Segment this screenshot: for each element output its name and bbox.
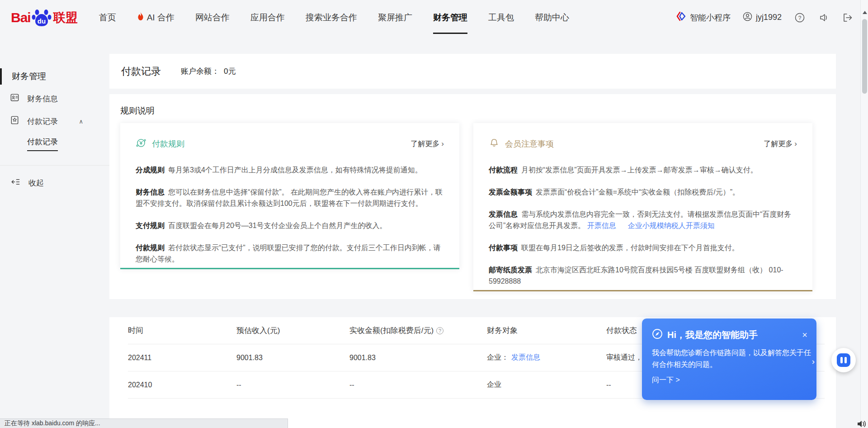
nav-app-cooperation[interactable]: 应用合作 (240, 0, 295, 35)
announcement-speaker-icon[interactable] (818, 12, 830, 24)
balance-value: 0元 (224, 66, 236, 76)
assistant-float-button[interactable] (831, 348, 856, 372)
sidebar-item-finance-info[interactable]: 财务信息 (0, 87, 109, 110)
assistant-popup: Hi，我是您的智能助手 × 我会帮助您诊断合作链路问题，以及解答您关于任何合作相… (642, 319, 816, 400)
browser-status-bar: 正在等待 xlab.baidu.com 的响应... (0, 418, 288, 428)
flame-icon (137, 12, 144, 23)
logout-icon[interactable] (842, 12, 854, 24)
status-text: 正在等待 xlab.baidu.com 的响应... (5, 419, 100, 428)
finance-info-icon (10, 93, 19, 105)
baidu-paw-icon: du (32, 8, 52, 28)
cell-actual: -- (349, 381, 487, 389)
cell-actual: 9001.83 (349, 354, 487, 362)
col-header-finance-object: 财务对象 (487, 325, 606, 336)
nav-toolkit[interactable]: 工具包 (478, 0, 524, 35)
nav-finance-management[interactable]: 财务管理 (423, 0, 478, 35)
payment-rules-card-title: 付款规则 (152, 138, 184, 149)
chevron-right-icon: › (441, 139, 444, 148)
sidebar-group-finance-management[interactable]: 财务管理 (0, 66, 109, 87)
rules-section: 规则说明 付款规则 了解更多 › 分成规则每 (109, 94, 836, 299)
sidebar-subitem-payment-record[interactable]: 付款记录 (0, 133, 109, 155)
member-notes-card-body: 付款流程月初按“发票信息”页面开具发票→上传发票→邮寄发票→审核→确认支付。 发… (489, 164, 797, 287)
rule-item: 发票信息需与系统内发票信息内容完全一致，否则无法支付。请根据发票信息页面中“百度… (489, 209, 797, 231)
balance-label: 账户余额： (181, 66, 219, 76)
cell-time: 202411 (128, 354, 236, 362)
ask-now-link[interactable]: 问一下 > (652, 376, 680, 385)
assistant-message: 我会帮助您诊断合作链路问题，以及解答您关于任何合作相关的问题。 (652, 347, 811, 371)
nav-home[interactable]: 首页 (89, 0, 127, 35)
payment-rules-card-body: 分成规则每月第3或4个工作日产出上月分成信息及发票信息，如有特殊情况将提前通知。… (136, 164, 444, 265)
top-navbar: Bai du 联盟 首页 AI 合作 网站合作 (0, 0, 868, 35)
rule-item: 付款流程月初按“发票信息”页面开具发票→上传发票→邮寄发票→审核→确认支付。 (489, 164, 797, 176)
col-header-time: 时间 (128, 325, 236, 336)
sidebar-item-payment-record[interactable]: 付款记录 ∧ (0, 110, 109, 133)
member-notes-more-link[interactable]: 了解更多 › (764, 139, 797, 149)
close-icon[interactable]: × (802, 330, 807, 339)
sidebar: 财务管理 财务信息 付款记录 ∧ 付款记录 收起 (0, 35, 109, 428)
logo-text-union: 联盟 (53, 10, 78, 26)
corner-speaker-icon (856, 419, 867, 428)
baidu-union-logo[interactable]: Bai du 联盟 (11, 8, 78, 28)
user-icon (743, 12, 752, 24)
payment-rules-card: 付款规则 了解更多 › 分成规则每月第3或4个工作日产出上月分成信息及发票信息，… (120, 123, 459, 269)
logo-text-bai: Bai (11, 10, 31, 25)
nav-screen-promotion[interactable]: 聚屏推广 (368, 0, 423, 35)
vertical-scrollbar[interactable] (860, 0, 868, 428)
baidu-union-finance-page: Bai du 联盟 首页 AI 合作 网站合作 (0, 0, 868, 428)
rule-item: 分成规则每月第3或4个工作日产出上月分成信息及发票信息，如有特殊情况将提前通知。 (136, 164, 444, 176)
rule-cards: 付款规则 了解更多 › 分成规则每月第3或4个工作日产出上月分成信息及发票信息，… (120, 123, 825, 291)
smart-miniprogram-link[interactable]: 智能小程序 (676, 11, 731, 24)
cell-estimated: 9001.83 (236, 354, 349, 362)
small-taxpayer-notice-link[interactable]: 企业小规模纳税人开票须知 (628, 222, 715, 229)
payment-rules-more-link[interactable]: 了解更多 › (410, 139, 444, 149)
collapse-icon (11, 178, 20, 188)
svg-text:du: du (38, 17, 46, 25)
help-circle-icon[interactable]: ? (436, 327, 443, 334)
payment-rules-card-header: 付款规则 了解更多 › (136, 138, 444, 149)
col-header-actual-amount: 实收金额(扣除税费后/元)? (349, 325, 487, 336)
cell-time: 202410 (128, 381, 236, 389)
rules-section-title: 规则说明 (120, 105, 825, 117)
member-notes-card-header: 会员注意事项 了解更多 › (489, 138, 797, 149)
rule-item: 付款规则若付款状态显示“已支付”，说明联盟已安排了您的付款。支付后三个工作日内到… (136, 242, 444, 265)
assistant-expand-chevron-icon[interactable]: › (812, 357, 815, 366)
assistant-robot-icon (837, 353, 850, 367)
cell-estimated: -- (236, 381, 349, 389)
nav-ai-cooperation[interactable]: AI 合作 (127, 0, 185, 35)
page-title: 付款记录 (121, 65, 161, 78)
svg-text:?: ? (798, 14, 802, 21)
topbar-right: 智能小程序 jyj1992 ? (676, 11, 854, 24)
coin-cycle-icon (136, 138, 146, 150)
scroll-up-arrow-icon[interactable] (863, 11, 867, 14)
assistant-header: Hi，我是您的智能助手 × (652, 328, 807, 341)
page-header-panel: 付款记录 账户余额： 0元 (109, 54, 836, 89)
member-notes-card-title: 会员注意事项 (505, 138, 554, 149)
rule-item: 发票金额事项发票票面“价税合计”金额=系统中“实收金额（扣除税费后/元）”。 (489, 186, 797, 198)
scrollbar-thumb[interactable] (862, 19, 867, 94)
chevron-up-icon[interactable]: ∧ (79, 118, 83, 125)
sidebar-divider (0, 165, 109, 166)
user-account[interactable]: jyj1992 (743, 12, 782, 24)
sidebar-collapse-button[interactable]: 收起 (0, 171, 109, 195)
rule-item: 财务信息您可以在财务信息中选择“保留付款”。 在此期间您产生的收入将在账户内进行… (136, 186, 444, 209)
rule-item: 支付规则百度联盟会在每月20号—31号支付企业会员上个自然月产生的收入。 (136, 220, 444, 231)
account-balance: 账户余额： 0元 (181, 66, 236, 76)
rule-item: 付款事项联盟在每月19日之后签收的发票，付款时间安排在下个月首批支付。 (489, 242, 797, 253)
bell-icon (489, 138, 500, 150)
payment-record-icon (10, 115, 19, 127)
cell-finance-object: 企业 (487, 380, 606, 390)
nav-website-cooperation[interactable]: 网站合作 (185, 0, 240, 35)
username: jyj1992 (756, 13, 782, 22)
cell-finance-object: 企业： 发票信息 (487, 353, 606, 362)
col-header-estimated-income: 预估收入(元) (236, 325, 349, 336)
member-notes-card: 会员注意事项 了解更多 › 付款流程月初按“发票信息”页面开具发票→上传发票→邮… (473, 123, 812, 291)
help-icon[interactable]: ? (794, 12, 806, 24)
nav-help-center[interactable]: 帮助中心 (524, 0, 580, 35)
smart-miniprogram-icon (676, 11, 686, 24)
nav-search-cooperation[interactable]: 搜索业务合作 (295, 0, 368, 35)
rule-item: 邮寄纸质发票北京市海淀区西北旺东路10号院百度科技园5号楼 百度联盟财务组（收）… (489, 264, 797, 287)
main-nav: 首页 AI 合作 网站合作 应用合作 搜索业务合作 聚屏推广 财务管理 工具包 … (89, 0, 580, 35)
chevron-right-icon: › (794, 139, 797, 148)
invoice-info-link[interactable]: 开票信息 (587, 222, 616, 229)
invoice-info-row-link[interactable]: 发票信息 (511, 353, 540, 362)
